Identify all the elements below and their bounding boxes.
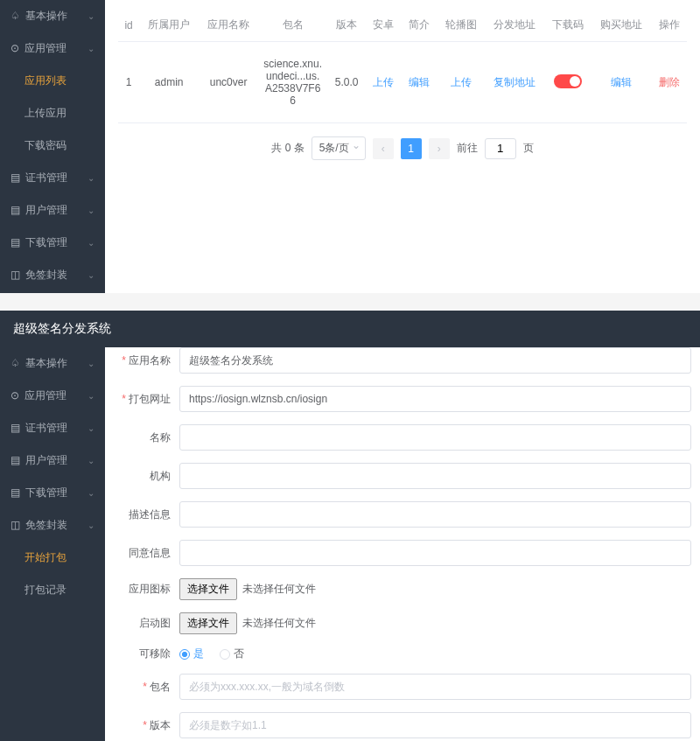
delete-link[interactable]: 删除 bbox=[659, 76, 680, 88]
dist-copy-link[interactable]: 复制地址 bbox=[494, 76, 536, 88]
sidebar-item-user[interactable]: ▤用户管理 ⌄ bbox=[0, 194, 105, 227]
sidebar-item-nosign2[interactable]: ◫免签封装 ⌄ bbox=[0, 509, 105, 542]
sidebar-item-nosign[interactable]: ◫免签封装 ⌄ bbox=[0, 259, 105, 291]
chevron-down-icon: ⌄ bbox=[88, 206, 94, 215]
radio-circle-icon bbox=[179, 649, 190, 660]
sidebar-item-cert[interactable]: ▤证书管理 ⌄ bbox=[0, 162, 105, 194]
cell-user: admin bbox=[139, 42, 199, 123]
sidebar-item-download2[interactable]: ▤下载管理 ⌄ bbox=[0, 477, 105, 509]
th-op: 操作 bbox=[651, 9, 687, 42]
sidebar-sub-packrecord[interactable]: 打包记录 bbox=[0, 574, 105, 606]
chevron-down-icon: ⌄ bbox=[88, 391, 94, 401]
sidebar-item-user2[interactable]: ▤用户管理 ⌄ bbox=[0, 444, 105, 477]
chevron-down-icon: ⌄ bbox=[88, 238, 94, 248]
chevron-down-icon: ⌄ bbox=[88, 173, 94, 183]
sidebar-item-cert2[interactable]: ▤证书管理 ⌄ bbox=[0, 412, 105, 444]
radio-no[interactable]: 否 bbox=[220, 647, 244, 661]
label-org: 机构 bbox=[114, 469, 179, 484]
radio-circle-icon bbox=[220, 649, 230, 660]
sidebar-sub-upload[interactable]: 上传应用 bbox=[0, 97, 105, 129]
sidebar-item-app[interactable]: ⊙应用管理 ⌄ bbox=[0, 32, 105, 65]
carousel-upload-link[interactable]: 上传 bbox=[451, 76, 472, 88]
total-text: 共 0 条 bbox=[271, 141, 304, 156]
th-buy: 购买地址 bbox=[592, 9, 651, 42]
th-appname: 应用名称 bbox=[199, 9, 258, 42]
chevron-down-icon: ⌄ bbox=[88, 44, 94, 53]
chevron-down-icon: ⌄ bbox=[88, 11, 94, 21]
launch-file-button[interactable]: 选择文件 bbox=[179, 612, 237, 634]
chevron-down-icon: ⌄ bbox=[88, 456, 94, 465]
label-package: 包名 bbox=[114, 680, 179, 695]
sidebar-item-basic[interactable]: ♤基本操作 ⌄ bbox=[0, 0, 105, 32]
app-table: id 所属用户 应用名称 包名 版本 安卓 简介 轮播图 分发地址 下载码 购买… bbox=[118, 9, 687, 123]
user-icon: ♤ bbox=[10, 357, 20, 369]
label-appname: 应用名称 bbox=[114, 353, 179, 368]
download-icon: ▤ bbox=[10, 486, 20, 499]
pack-form: 应用名称 打包网址 名称 机构 描述信息 同意信息 bbox=[105, 347, 700, 741]
input-package[interactable] bbox=[179, 674, 691, 700]
page-1-button[interactable]: 1 bbox=[401, 138, 422, 159]
chevron-down-icon: ⌄ bbox=[88, 521, 94, 530]
th-carousel: 轮播图 bbox=[438, 9, 485, 42]
app-icon: ⊙ bbox=[10, 389, 19, 402]
input-desc[interactable] bbox=[179, 501, 691, 528]
sidebar-item-basic2[interactable]: ♤基本操作 ⌄ bbox=[0, 347, 105, 380]
th-dist: 分发地址 bbox=[485, 9, 544, 42]
sidebar-item-app2[interactable]: ⊙应用管理 ⌄ bbox=[0, 380, 105, 412]
table-row: 1 admin unc0ver science.xnu.undeci...us.… bbox=[118, 42, 687, 123]
input-name[interactable] bbox=[179, 424, 691, 451]
input-agree[interactable] bbox=[179, 540, 691, 566]
launch-file-text: 未选择任何文件 bbox=[242, 616, 316, 631]
buy-edit-link[interactable]: 编辑 bbox=[611, 76, 632, 88]
label-url: 打包网址 bbox=[114, 392, 179, 407]
user-mgr-icon: ▤ bbox=[10, 204, 20, 216]
page-size-select[interactable]: 5条/页 bbox=[312, 136, 366, 160]
input-appname[interactable] bbox=[179, 347, 691, 374]
th-version: 版本 bbox=[327, 9, 366, 42]
intro-edit-link[interactable]: 编辑 bbox=[409, 76, 430, 88]
pagination: 共 0 条 5条/页 ‹ 1 › 前往 页 bbox=[118, 123, 687, 173]
app-icon: ⊙ bbox=[10, 42, 19, 54]
sidebar-sub-password[interactable]: 下载密码 bbox=[0, 129, 105, 162]
chevron-down-icon: ⌄ bbox=[88, 270, 94, 280]
input-org[interactable] bbox=[179, 463, 691, 489]
cell-version: 5.0.0 bbox=[327, 42, 366, 123]
page-suffix: 页 bbox=[523, 141, 534, 156]
sidebar-sub-applist[interactable]: 应用列表 bbox=[0, 65, 105, 97]
chevron-down-icon: ⌄ bbox=[88, 359, 94, 368]
download-icon: ▤ bbox=[10, 236, 20, 248]
goto-input[interactable] bbox=[485, 138, 516, 159]
user-icon: ♤ bbox=[10, 10, 20, 22]
input-url[interactable] bbox=[179, 386, 691, 412]
sidebar-bottom: ♤基本操作 ⌄ ⊙应用管理 ⌄ ▤证书管理 ⌄ ▤用户管理 ⌄ ▤下载管理 ⌄ … bbox=[0, 347, 105, 741]
th-user: 所属用户 bbox=[139, 9, 199, 42]
cell-package: science.xnu.undeci...us.A2538V7F66 bbox=[258, 42, 327, 123]
sidebar-top: ♤基本操作 ⌄ ⊙应用管理 ⌄ 应用列表 上传应用 下载密码 ▤证书管理 ⌄ ▤… bbox=[0, 0, 105, 293]
sidebar-item-download[interactable]: ▤下载管理 ⌄ bbox=[0, 227, 105, 259]
th-android: 安卓 bbox=[366, 9, 402, 42]
cell-id: 1 bbox=[118, 42, 139, 123]
th-id: id bbox=[118, 9, 139, 42]
label-launch: 启动图 bbox=[114, 616, 179, 631]
cert-icon: ▤ bbox=[10, 171, 20, 184]
label-agree: 同意信息 bbox=[114, 546, 179, 561]
package-icon: ◫ bbox=[10, 269, 20, 281]
icon-file-text: 未选择任何文件 bbox=[242, 582, 316, 597]
input-version[interactable] bbox=[179, 712, 691, 738]
cell-appname: unc0ver bbox=[199, 42, 258, 123]
sidebar-sub-startpack[interactable]: 开始打包 bbox=[0, 542, 105, 574]
download-code-toggle[interactable] bbox=[554, 74, 582, 88]
radio-yes[interactable]: 是 bbox=[179, 647, 204, 661]
goto-label: 前往 bbox=[457, 141, 478, 156]
next-page-button[interactable]: › bbox=[429, 138, 450, 159]
prev-page-button[interactable]: ‹ bbox=[373, 138, 394, 159]
label-removable: 可移除 bbox=[114, 647, 179, 661]
chevron-down-icon: ⌄ bbox=[88, 488, 94, 498]
label-version: 版本 bbox=[114, 718, 179, 733]
label-desc: 描述信息 bbox=[114, 507, 179, 522]
icon-file-button[interactable]: 选择文件 bbox=[179, 578, 237, 600]
android-upload-link[interactable]: 上传 bbox=[373, 76, 394, 88]
main-content: id 所属用户 应用名称 包名 版本 安卓 简介 轮播图 分发地址 下载码 购买… bbox=[105, 0, 700, 293]
page-title: 超级签名分发系统 bbox=[0, 311, 700, 347]
th-package: 包名 bbox=[258, 9, 327, 42]
